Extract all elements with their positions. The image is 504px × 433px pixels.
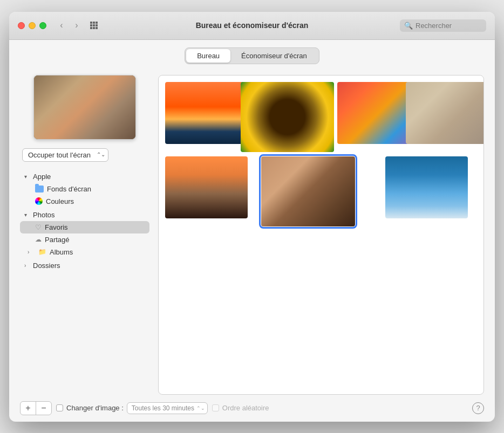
svg-rect-3 (90, 24, 92, 26)
svg-rect-6 (90, 27, 92, 29)
sidebar-item-favoris[interactable]: ♡ Favoris (20, 221, 149, 233)
search-icon: 🔍 (404, 22, 413, 30)
heart-icon: ♡ (35, 223, 42, 231)
tabs-row: Bureau Économiseur d'écran (9, 40, 495, 70)
sidebar-item-apple[interactable]: ▾ Apple (20, 170, 149, 183)
image-cell-6[interactable] (261, 156, 355, 226)
svg-rect-5 (96, 24, 98, 26)
change-image-checkbox[interactable] (56, 404, 63, 411)
image-cell-1[interactable] (165, 82, 248, 144)
chevron-right-icon: › (28, 249, 34, 255)
folder-icon: 📁 (38, 248, 46, 256)
sidebar-item-label: Fonds d'écran (47, 185, 91, 193)
image-cell-4[interactable] (406, 82, 484, 144)
sidebar-item-label: Favoris (45, 223, 68, 231)
tab-bureau[interactable]: Bureau (186, 49, 230, 63)
random-order-checkbox[interactable] (212, 404, 219, 411)
sidebar-item-partage[interactable]: ☁ Partagé (20, 233, 149, 246)
add-remove-buttons: + − (20, 401, 52, 415)
chevron-down-icon: ▾ (24, 212, 31, 218)
sidebar-item-label: Apple (33, 173, 51, 181)
left-panel: Occuper tout l'écran Centrer Ajuster Rem… (20, 70, 149, 395)
tab-group: Bureau Économiseur d'écran (185, 47, 319, 64)
tree-section-dossiers: › Dossiers (20, 259, 149, 272)
search-input[interactable] (416, 22, 480, 30)
bottom-bar: + − Changer d'image : Toutes les 30 minu… (9, 395, 495, 422)
change-image-row: Changer d'image : Toutes les 30 minutes … (56, 402, 208, 414)
nav-buttons: ‹ › (55, 19, 83, 32)
tree-section-apple: ▾ Apple Fonds d'écran Couleurs (20, 170, 149, 208)
traffic-lights (18, 22, 46, 29)
remove-button[interactable]: − (36, 402, 51, 415)
help-button[interactable]: ? (472, 402, 484, 414)
preview-box (33, 75, 136, 140)
image-grid-container (158, 75, 484, 395)
random-order-row: Ordre aléatoire (212, 404, 269, 412)
add-button[interactable]: + (21, 402, 36, 415)
image-cell-5[interactable] (165, 156, 248, 218)
image-row-1 (165, 82, 477, 152)
change-image-label: Changer d'image : (66, 404, 124, 412)
search-bar: 🔍 (400, 19, 486, 32)
fill-mode-wrapper: Occuper tout l'écran Centrer Ajuster Rem… (22, 148, 108, 162)
tree-section-photos: ▾ Photos ♡ Favoris ☁ Partagé › 📁 Albu (20, 209, 149, 258)
svg-rect-4 (93, 24, 95, 26)
fill-mode-select[interactable]: Occuper tout l'écran Centrer Ajuster Rem… (22, 148, 108, 162)
sidebar-item-dossiers[interactable]: › Dossiers (20, 259, 149, 272)
svg-rect-7 (93, 27, 95, 29)
interval-select[interactable]: Toutes les 30 minutes Toutes les 5 minut… (127, 402, 208, 414)
right-panel (158, 70, 484, 395)
colorwheel-icon (35, 197, 43, 205)
sidebar-item-label: Photos (33, 211, 55, 219)
maximize-button[interactable] (39, 22, 46, 29)
random-order-label: Ordre aléatoire (222, 404, 269, 412)
preview-image (34, 75, 135, 139)
forward-button[interactable]: › (70, 19, 83, 32)
sidebar-item-photos[interactable]: ▾ Photos (20, 209, 149, 221)
cloud-icon: ☁ (35, 236, 42, 243)
folder-icon (35, 185, 44, 193)
sidebar-item-label: Dossiers (33, 262, 60, 270)
sidebar-item-label: Partagé (45, 236, 70, 244)
back-button[interactable]: ‹ (55, 19, 68, 32)
image-row-2 (165, 156, 477, 226)
svg-rect-8 (96, 27, 98, 29)
svg-rect-1 (93, 22, 95, 24)
chevron-down-icon: ▾ (24, 174, 31, 180)
tab-economiseur[interactable]: Économiseur d'écran (230, 49, 318, 63)
titlebar: ‹ › Bureau et économiseur d'écran 🔍 (9, 12, 495, 40)
sidebar-tree: ▾ Apple Fonds d'écran Couleurs ▾ (20, 170, 149, 395)
interval-wrapper: Toutes les 30 minutes Toutes les 5 minut… (127, 402, 208, 414)
close-button[interactable] (18, 22, 25, 29)
image-cell-2[interactable] (241, 82, 334, 152)
sidebar-item-fonds-ecran[interactable]: Fonds d'écran (20, 183, 149, 195)
sidebar-item-couleurs[interactable]: Couleurs (20, 195, 149, 208)
grid-button[interactable] (87, 19, 100, 32)
window-title: Bureau et économiseur d'écran (196, 21, 309, 30)
sidebar-item-label: Couleurs (46, 197, 74, 205)
svg-rect-2 (96, 22, 98, 24)
image-cell-7[interactable] (385, 156, 468, 218)
dropdown-row: Occuper tout l'écran Centrer Ajuster Rem… (20, 148, 149, 162)
minimize-button[interactable] (29, 22, 36, 29)
main-window: ‹ › Bureau et économiseur d'écran 🔍 (9, 12, 495, 422)
sidebar-item-label: Albums (50, 248, 73, 256)
main-content: Occuper tout l'écran Centrer Ajuster Rem… (9, 70, 495, 395)
svg-rect-0 (90, 22, 92, 24)
sidebar-item-albums[interactable]: › 📁 Albums (20, 246, 149, 258)
chevron-right-icon: › (24, 263, 31, 269)
